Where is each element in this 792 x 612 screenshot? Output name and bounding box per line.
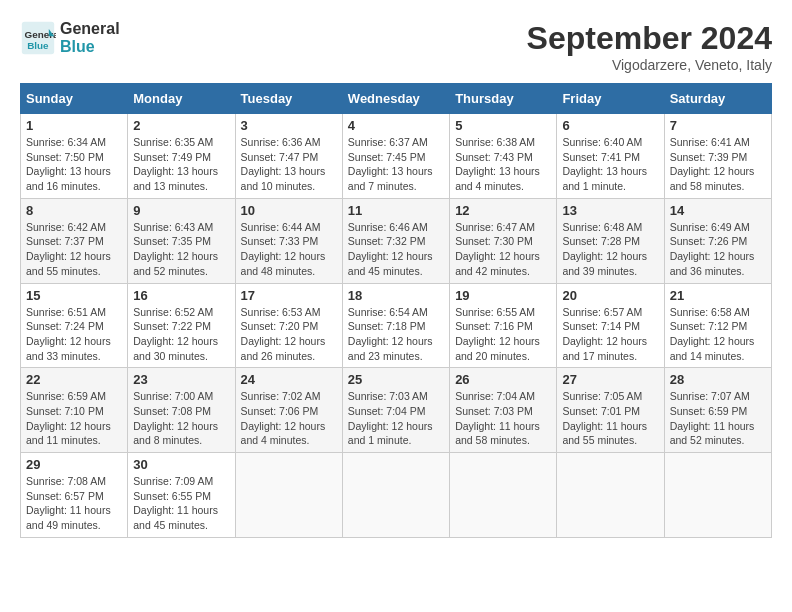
location: Vigodarzere, Veneto, Italy [527,57,772,73]
calendar-cell: 8Sunrise: 6:42 AMSunset: 7:37 PMDaylight… [21,198,128,283]
day-detail: Sunrise: 7:07 AMSunset: 6:59 PMDaylight:… [670,389,766,448]
col-header-thursday: Thursday [450,84,557,114]
day-detail: Sunrise: 6:42 AMSunset: 7:37 PMDaylight:… [26,220,122,279]
calendar-cell: 23Sunrise: 7:00 AMSunset: 7:08 PMDayligh… [128,368,235,453]
day-number: 18 [348,288,444,303]
day-detail: Sunrise: 6:55 AMSunset: 7:16 PMDaylight:… [455,305,551,364]
day-detail: Sunrise: 7:03 AMSunset: 7:04 PMDaylight:… [348,389,444,448]
calendar-cell: 21Sunrise: 6:58 AMSunset: 7:12 PMDayligh… [664,283,771,368]
day-number: 24 [241,372,337,387]
day-number: 15 [26,288,122,303]
svg-text:Blue: Blue [27,40,49,51]
week-row-3: 15Sunrise: 6:51 AMSunset: 7:24 PMDayligh… [21,283,772,368]
day-number: 13 [562,203,658,218]
calendar-cell: 11Sunrise: 6:46 AMSunset: 7:32 PMDayligh… [342,198,449,283]
page-header: General Blue General Blue September 2024… [20,20,772,73]
day-number: 1 [26,118,122,133]
day-number: 21 [670,288,766,303]
day-detail: Sunrise: 6:54 AMSunset: 7:18 PMDaylight:… [348,305,444,364]
day-detail: Sunrise: 7:04 AMSunset: 7:03 PMDaylight:… [455,389,551,448]
calendar-cell: 24Sunrise: 7:02 AMSunset: 7:06 PMDayligh… [235,368,342,453]
day-detail: Sunrise: 6:51 AMSunset: 7:24 PMDaylight:… [26,305,122,364]
day-number: 14 [670,203,766,218]
calendar-cell [342,453,449,538]
day-number: 16 [133,288,229,303]
calendar-cell: 18Sunrise: 6:54 AMSunset: 7:18 PMDayligh… [342,283,449,368]
day-number: 29 [26,457,122,472]
calendar-cell: 27Sunrise: 7:05 AMSunset: 7:01 PMDayligh… [557,368,664,453]
day-detail: Sunrise: 6:47 AMSunset: 7:30 PMDaylight:… [455,220,551,279]
day-number: 20 [562,288,658,303]
week-row-2: 8Sunrise: 6:42 AMSunset: 7:37 PMDaylight… [21,198,772,283]
calendar-cell: 2Sunrise: 6:35 AMSunset: 7:49 PMDaylight… [128,114,235,199]
calendar-cell: 4Sunrise: 6:37 AMSunset: 7:45 PMDaylight… [342,114,449,199]
day-detail: Sunrise: 6:44 AMSunset: 7:33 PMDaylight:… [241,220,337,279]
day-number: 26 [455,372,551,387]
day-number: 23 [133,372,229,387]
day-detail: Sunrise: 6:41 AMSunset: 7:39 PMDaylight:… [670,135,766,194]
logo-blue: Blue [60,38,120,56]
day-number: 30 [133,457,229,472]
day-number: 7 [670,118,766,133]
day-detail: Sunrise: 6:40 AMSunset: 7:41 PMDaylight:… [562,135,658,194]
col-header-monday: Monday [128,84,235,114]
col-header-tuesday: Tuesday [235,84,342,114]
calendar-cell: 1Sunrise: 6:34 AMSunset: 7:50 PMDaylight… [21,114,128,199]
week-row-1: 1Sunrise: 6:34 AMSunset: 7:50 PMDaylight… [21,114,772,199]
day-number: 6 [562,118,658,133]
week-row-5: 29Sunrise: 7:08 AMSunset: 6:57 PMDayligh… [21,453,772,538]
day-number: 5 [455,118,551,133]
day-number: 25 [348,372,444,387]
day-number: 17 [241,288,337,303]
calendar-cell: 26Sunrise: 7:04 AMSunset: 7:03 PMDayligh… [450,368,557,453]
day-number: 22 [26,372,122,387]
day-detail: Sunrise: 6:57 AMSunset: 7:14 PMDaylight:… [562,305,658,364]
logo: General Blue General Blue [20,20,120,56]
day-detail: Sunrise: 6:34 AMSunset: 7:50 PMDaylight:… [26,135,122,194]
calendar-cell: 12Sunrise: 6:47 AMSunset: 7:30 PMDayligh… [450,198,557,283]
day-detail: Sunrise: 6:59 AMSunset: 7:10 PMDaylight:… [26,389,122,448]
day-detail: Sunrise: 7:09 AMSunset: 6:55 PMDaylight:… [133,474,229,533]
calendar-cell: 6Sunrise: 6:40 AMSunset: 7:41 PMDaylight… [557,114,664,199]
logo-general: General [60,20,120,38]
day-detail: Sunrise: 7:02 AMSunset: 7:06 PMDaylight:… [241,389,337,448]
calendar-cell: 30Sunrise: 7:09 AMSunset: 6:55 PMDayligh… [128,453,235,538]
day-detail: Sunrise: 6:46 AMSunset: 7:32 PMDaylight:… [348,220,444,279]
day-number: 9 [133,203,229,218]
day-number: 10 [241,203,337,218]
calendar-cell: 13Sunrise: 6:48 AMSunset: 7:28 PMDayligh… [557,198,664,283]
month-title: September 2024 [527,20,772,57]
calendar-cell: 14Sunrise: 6:49 AMSunset: 7:26 PMDayligh… [664,198,771,283]
calendar-cell [557,453,664,538]
col-header-friday: Friday [557,84,664,114]
calendar-cell: 22Sunrise: 6:59 AMSunset: 7:10 PMDayligh… [21,368,128,453]
calendar-cell: 5Sunrise: 6:38 AMSunset: 7:43 PMDaylight… [450,114,557,199]
calendar-table: SundayMondayTuesdayWednesdayThursdayFrid… [20,83,772,538]
day-number: 11 [348,203,444,218]
day-detail: Sunrise: 6:58 AMSunset: 7:12 PMDaylight:… [670,305,766,364]
calendar-cell: 28Sunrise: 7:07 AMSunset: 6:59 PMDayligh… [664,368,771,453]
day-detail: Sunrise: 6:43 AMSunset: 7:35 PMDaylight:… [133,220,229,279]
calendar-cell [450,453,557,538]
day-detail: Sunrise: 6:52 AMSunset: 7:22 PMDaylight:… [133,305,229,364]
day-detail: Sunrise: 7:08 AMSunset: 6:57 PMDaylight:… [26,474,122,533]
day-number: 8 [26,203,122,218]
day-number: 12 [455,203,551,218]
day-number: 3 [241,118,337,133]
calendar-cell: 20Sunrise: 6:57 AMSunset: 7:14 PMDayligh… [557,283,664,368]
col-header-sunday: Sunday [21,84,128,114]
calendar-cell: 29Sunrise: 7:08 AMSunset: 6:57 PMDayligh… [21,453,128,538]
week-row-4: 22Sunrise: 6:59 AMSunset: 7:10 PMDayligh… [21,368,772,453]
day-detail: Sunrise: 6:48 AMSunset: 7:28 PMDaylight:… [562,220,658,279]
calendar-cell: 25Sunrise: 7:03 AMSunset: 7:04 PMDayligh… [342,368,449,453]
day-number: 2 [133,118,229,133]
calendar-cell: 9Sunrise: 6:43 AMSunset: 7:35 PMDaylight… [128,198,235,283]
day-number: 27 [562,372,658,387]
day-detail: Sunrise: 7:05 AMSunset: 7:01 PMDaylight:… [562,389,658,448]
col-header-wednesday: Wednesday [342,84,449,114]
day-number: 4 [348,118,444,133]
day-detail: Sunrise: 6:36 AMSunset: 7:47 PMDaylight:… [241,135,337,194]
calendar-cell: 19Sunrise: 6:55 AMSunset: 7:16 PMDayligh… [450,283,557,368]
calendar-cell [235,453,342,538]
day-detail: Sunrise: 6:37 AMSunset: 7:45 PMDaylight:… [348,135,444,194]
